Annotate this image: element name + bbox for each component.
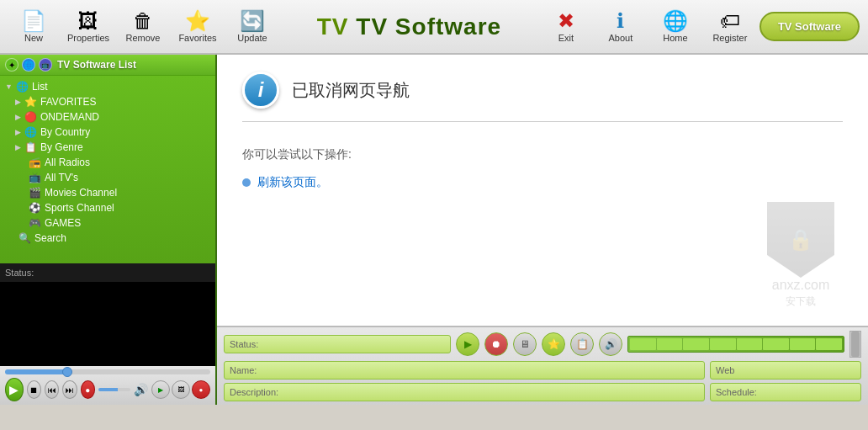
description-field-label: Description: bbox=[230, 387, 278, 397]
tree-icon: 🎮 bbox=[29, 217, 41, 229]
error-body: 你可以尝试以下操作: 刷新该页面。 bbox=[242, 139, 843, 199]
sidebar-bottom-btn-3[interactable]: ● bbox=[192, 380, 210, 399]
remove-icon: 🗑 bbox=[133, 11, 153, 31]
tree-label: All TV's bbox=[45, 172, 78, 183]
main-area: ✦ 🌐 📺 TV Software List ▼🌐List▶⭐FAVORITES… bbox=[0, 55, 868, 405]
tree-item[interactable]: ▶⭐FAVORITES bbox=[2, 94, 214, 109]
vol-icon: 🔊 bbox=[134, 383, 148, 396]
tree-label: GAMES bbox=[45, 217, 81, 229]
tree-label: Search bbox=[34, 232, 66, 244]
tree-item[interactable]: 📻All Radios bbox=[2, 155, 214, 170]
exit-icon: ✖ bbox=[558, 11, 574, 31]
sidebar-icon-blue[interactable]: 🌐 bbox=[22, 58, 35, 72]
register-label: Register bbox=[712, 33, 747, 43]
update-button[interactable]: 🔄 Update bbox=[227, 3, 278, 50]
exit-button[interactable]: ✖ Exit bbox=[541, 3, 591, 50]
tree-item[interactable]: 📺All TV's bbox=[2, 170, 214, 185]
prev-button[interactable]: ⏮ bbox=[45, 380, 59, 399]
tree-item[interactable]: ▶🌐By Country bbox=[2, 125, 214, 140]
favorites-button[interactable]: ⭐ Favorites bbox=[172, 3, 223, 50]
tree-icon: 🌐 bbox=[16, 81, 29, 93]
expand-icon: ▶ bbox=[15, 128, 21, 136]
remove-button[interactable]: 🗑 Remove bbox=[118, 3, 168, 50]
web-field-label: Web bbox=[716, 365, 734, 375]
home-button[interactable]: 🌐 Home bbox=[650, 3, 701, 50]
prog-seg-6 bbox=[763, 338, 789, 350]
tree-icon: 🔴 bbox=[24, 111, 37, 123]
sidebar-header: ✦ 🌐 📺 TV Software List bbox=[0, 55, 215, 76]
update-label: Update bbox=[237, 33, 267, 43]
sidebar-icon-green[interactable]: ✦ bbox=[5, 58, 19, 72]
watermark-text: anxz.com bbox=[772, 278, 829, 293]
exit-label: Exit bbox=[558, 33, 574, 43]
tree-icon: 🎬 bbox=[29, 187, 41, 199]
web-field: Web bbox=[710, 361, 861, 380]
sidebar-bottom-btn-2[interactable]: 🖼 bbox=[172, 380, 190, 399]
action-record-btn[interactable]: ⏺ bbox=[484, 332, 508, 356]
action-info-btn[interactable]: 📋 bbox=[570, 332, 594, 356]
watermark-site: 安下载 bbox=[786, 295, 816, 309]
register-icon: 🏷 bbox=[720, 11, 740, 31]
sidebar-status-area: Status: bbox=[0, 263, 215, 282]
tree-icon: 📻 bbox=[29, 157, 41, 168]
tree-icon: 📋 bbox=[24, 141, 37, 153]
name-field-label: Name: bbox=[230, 365, 257, 375]
error-link[interactable]: 刷新该页面。 bbox=[242, 175, 843, 190]
tree-item[interactable]: ▶🔴ONDEMAND bbox=[2, 109, 214, 125]
name-field: Name: bbox=[224, 361, 705, 380]
progress-segments bbox=[628, 337, 844, 352]
seek-bar[interactable] bbox=[5, 369, 210, 374]
bullet-dot bbox=[242, 178, 251, 187]
tree-icon: ⚽ bbox=[29, 202, 41, 214]
about-label: About bbox=[609, 33, 633, 43]
expand-icon: ▼ bbox=[5, 82, 13, 91]
properties-icon: 🖼 bbox=[78, 11, 98, 31]
about-button[interactable]: ℹ About bbox=[595, 3, 646, 50]
tree-item[interactable]: ⚽Sports Channel bbox=[2, 200, 214, 215]
tree-item[interactable]: 🔍Search bbox=[2, 231, 214, 246]
register-button[interactable]: 🏷 Register bbox=[705, 3, 755, 50]
action-mute-btn[interactable]: 🔊 bbox=[599, 332, 622, 356]
error-link-text: 刷新该页面。 bbox=[257, 175, 328, 190]
tree-item[interactable]: 🎮GAMES bbox=[2, 215, 214, 231]
new-button[interactable]: 📄 New bbox=[8, 3, 59, 50]
action-screen-btn[interactable]: 🖥 bbox=[513, 332, 537, 356]
sidebar-bottom-btn-1[interactable]: ▶ bbox=[151, 380, 170, 399]
action-fav-btn[interactable]: ⭐ bbox=[542, 332, 565, 356]
tree-label: List bbox=[32, 81, 48, 93]
about-icon: ℹ bbox=[617, 11, 624, 31]
sidebar-title: TV Software List bbox=[57, 59, 136, 71]
properties-button[interactable]: 🖼 Properties bbox=[63, 3, 114, 50]
record-button[interactable]: ● bbox=[81, 380, 95, 399]
expand-icon: ▶ bbox=[15, 113, 21, 121]
tree-icon: 📺 bbox=[29, 172, 41, 183]
tree-label: Movies Channel bbox=[45, 187, 117, 199]
favorites-icon: ⭐ bbox=[185, 11, 210, 31]
stop-button[interactable]: ⏹ bbox=[27, 380, 41, 399]
volume-slider[interactable] bbox=[98, 388, 130, 391]
tree-item[interactable]: ▼🌐List bbox=[2, 79, 214, 94]
watermark-shield: 🔒 bbox=[767, 202, 834, 278]
action-play-btn[interactable]: ▶ bbox=[456, 332, 479, 356]
player-controls: ▶ ⏹ ⏮ ⏭ ● 🔊 ▶ 🖼 ● bbox=[0, 366, 215, 405]
scroll-thumb[interactable] bbox=[851, 332, 860, 357]
tree-area[interactable]: ▼🌐List▶⭐FAVORITES▶🔴ONDEMAND▶🌐By Country▶… bbox=[0, 76, 215, 263]
schedule-field-label: Schedule: bbox=[716, 387, 757, 397]
properties-label: Properties bbox=[67, 33, 109, 43]
prog-seg-2 bbox=[657, 338, 683, 350]
seek-thumb[interactable] bbox=[62, 367, 72, 377]
browser-area: i 已取消网页导航 你可以尝试以下操作: 刷新该页面。 🔒 anxz.com 安… bbox=[217, 55, 868, 326]
scrollbar[interactable] bbox=[849, 331, 861, 358]
tree-item[interactable]: 🎬Movies Channel bbox=[2, 185, 214, 200]
prog-seg-8 bbox=[816, 338, 842, 350]
error-title: 已取消网页导航 bbox=[292, 79, 410, 102]
sidebar-icon-tv[interactable]: 📺 bbox=[39, 58, 52, 72]
bottom-row-1: Status: ▶ ⏺ 🖥 ⭐ 📋 🔊 bbox=[224, 331, 861, 358]
play-button[interactable]: ▶ bbox=[5, 378, 24, 401]
tree-icon: 🔍 bbox=[19, 232, 31, 244]
app-title: TV TV Software bbox=[282, 13, 537, 40]
next-button[interactable]: ⏭ bbox=[62, 380, 77, 399]
tv-software-badge[interactable]: TV Software bbox=[760, 12, 860, 41]
watermark: 🔒 anxz.com 安下载 bbox=[767, 202, 834, 309]
tree-item[interactable]: ▶📋By Genre bbox=[2, 140, 214, 155]
